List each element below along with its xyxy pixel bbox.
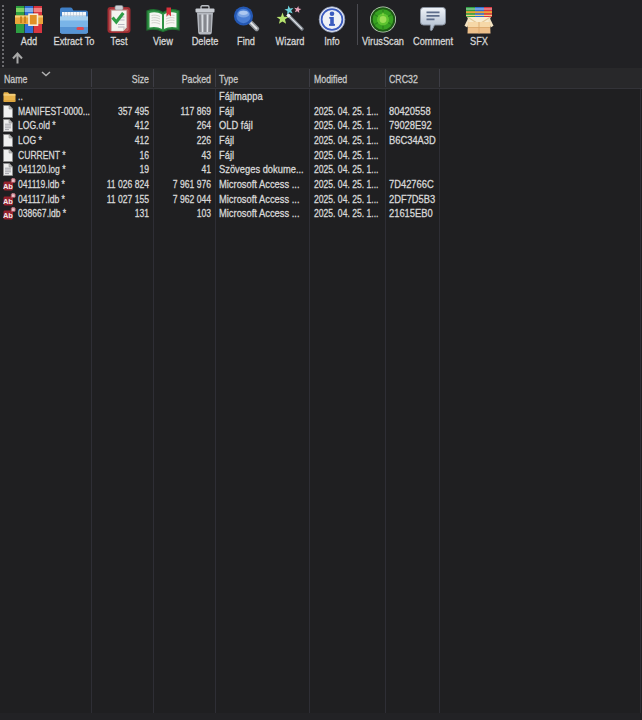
svg-text:Ab: Ab — [3, 182, 13, 191]
svg-text:Ab: Ab — [3, 196, 13, 205]
svg-text:Ab: Ab — [3, 211, 13, 220]
